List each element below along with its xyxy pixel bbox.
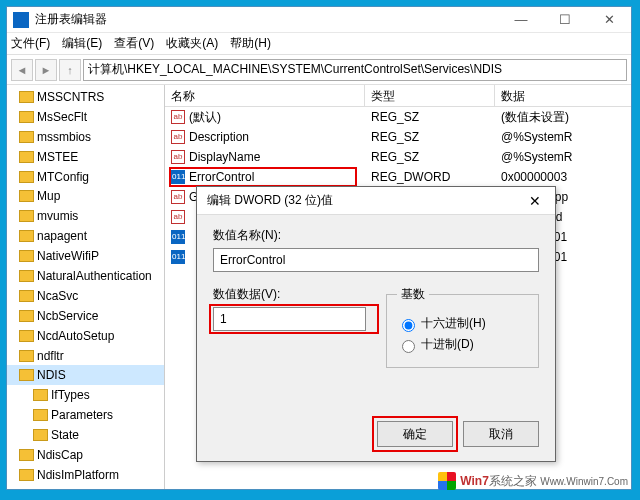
string-value-icon: ab — [171, 110, 185, 124]
tree-item[interactable]: napagent — [7, 226, 164, 246]
base-legend: 基数 — [397, 286, 429, 303]
menu-fav[interactable]: 收藏夹(A) — [166, 35, 218, 52]
tree-item[interactable]: NdisTapi — [7, 485, 164, 489]
tree-item[interactable]: Parameters — [7, 405, 164, 425]
tree-item[interactable]: NDIS — [7, 365, 164, 385]
value-data-label: 数值数据(V): — [213, 286, 366, 303]
list-row[interactable]: ab(默认)REG_SZ(数值未设置) — [165, 107, 631, 127]
tree-item[interactable]: MTConfig — [7, 167, 164, 187]
watermark: Win7 系统之家 Www.Winwin7.Com — [438, 472, 628, 490]
menu-edit[interactable]: 编辑(E) — [62, 35, 102, 52]
radio-dec[interactable]: 十进制(D) — [397, 336, 528, 353]
menu-file[interactable]: 文件(F) — [11, 35, 50, 52]
tree-item[interactable]: MsSecFlt — [7, 107, 164, 127]
binary-value-icon: 011 — [171, 170, 185, 184]
tree-item[interactable]: NdisCap — [7, 445, 164, 465]
nav-back[interactable]: ◄ — [11, 59, 33, 81]
dialog-titlebar: 编辑 DWORD (32 位)值 ✕ — [197, 187, 555, 215]
col-type[interactable]: 类型 — [365, 85, 495, 106]
radio-hex[interactable]: 十六进制(H) — [397, 315, 528, 332]
menu-view[interactable]: 查看(V) — [114, 35, 154, 52]
edit-dword-dialog: 编辑 DWORD (32 位)值 ✕ 数值名称(N): 数值数据(V): 基数 … — [196, 186, 556, 462]
tree-item[interactable]: NdisImPlatform — [7, 465, 164, 485]
string-value-icon: ab — [171, 130, 185, 144]
nav-fwd[interactable]: ► — [35, 59, 57, 81]
tree-item[interactable]: NcdAutoSetup — [7, 326, 164, 346]
tree-item[interactable]: NativeWifiP — [7, 246, 164, 266]
nav-up[interactable]: ↑ — [59, 59, 81, 81]
tree-item[interactable]: Mup — [7, 186, 164, 206]
list-header: 名称 类型 数据 — [165, 85, 631, 107]
col-name[interactable]: 名称 — [165, 85, 365, 106]
windows-logo-icon — [438, 472, 456, 490]
tree-item[interactable]: NcaSvc — [7, 286, 164, 306]
string-value-icon: ab — [171, 190, 185, 204]
tree-item[interactable]: State — [7, 425, 164, 445]
tree-item[interactable]: mssmbios — [7, 127, 164, 147]
cancel-button[interactable]: 取消 — [463, 421, 539, 447]
binary-value-icon: 011 — [171, 250, 185, 264]
tree-item[interactable]: mvumis — [7, 206, 164, 226]
tree-item[interactable]: NcbService — [7, 306, 164, 326]
close-button[interactable]: ✕ — [587, 7, 631, 33]
titlebar: 注册表编辑器 — ☐ ✕ — [7, 7, 631, 33]
string-value-icon: ab — [171, 210, 185, 224]
key-tree[interactable]: MSSCNTRSMsSecFltmssmbiosMSTEEMTConfigMup… — [7, 85, 165, 489]
value-name-label: 数值名称(N): — [213, 227, 539, 244]
menu-help[interactable]: 帮助(H) — [230, 35, 271, 52]
address-row: ◄ ► ↑ — [7, 55, 631, 85]
tree-item[interactable]: IfTypes — [7, 385, 164, 405]
dialog-close-button[interactable]: ✕ — [515, 193, 555, 209]
list-row[interactable]: abDescriptionREG_SZ@%SystemR — [165, 127, 631, 147]
dialog-title: 编辑 DWORD (32 位)值 — [207, 192, 333, 209]
tree-item[interactable]: MSSCNTRS — [7, 87, 164, 107]
string-value-icon: ab — [171, 150, 185, 164]
tree-item[interactable]: ndfltr — [7, 346, 164, 366]
list-row[interactable]: abDisplayNameREG_SZ@%SystemR — [165, 147, 631, 167]
value-name-input[interactable] — [213, 248, 539, 272]
app-icon — [13, 12, 29, 28]
menubar: 文件(F) 编辑(E) 查看(V) 收藏夹(A) 帮助(H) — [7, 33, 631, 55]
tree-item[interactable]: NaturalAuthentication — [7, 266, 164, 286]
binary-value-icon: 011 — [171, 230, 185, 244]
maximize-button[interactable]: ☐ — [543, 7, 587, 33]
window-title: 注册表编辑器 — [35, 11, 107, 28]
list-row[interactable]: 011ErrorControlREG_DWORD0x00000003 — [165, 167, 631, 187]
base-fieldset: 基数 十六进制(H) 十进制(D) — [386, 286, 539, 368]
tree-item[interactable]: MSTEE — [7, 147, 164, 167]
ok-button[interactable]: 确定 — [377, 421, 453, 447]
value-data-input[interactable] — [213, 307, 366, 331]
col-data[interactable]: 数据 — [495, 85, 631, 106]
address-input[interactable] — [83, 59, 627, 81]
minimize-button[interactable]: — — [499, 7, 543, 33]
